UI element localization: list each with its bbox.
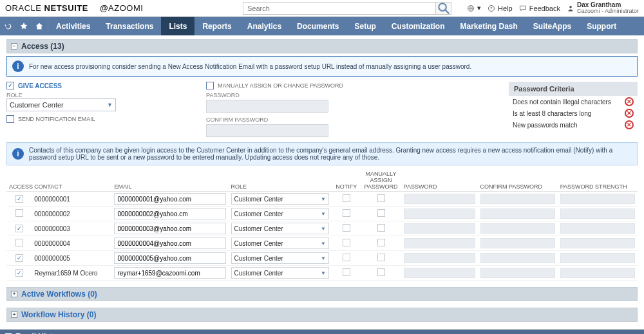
confirm-password-cell[interactable] — [480, 253, 555, 263]
collapse-icon[interactable]: − — [11, 43, 17, 50]
chevron-down-icon: ▼ — [321, 196, 326, 202]
globe-icon — [467, 5, 475, 12]
access-checkbox[interactable] — [15, 254, 23, 262]
nav-item-setup[interactable]: Setup — [346, 17, 383, 35]
svg-point-0 — [439, 3, 446, 11]
role-select[interactable]: Customer Center▼ — [231, 193, 329, 205]
col-confirm-password: CONFIRM PASSWORD — [478, 169, 558, 192]
password-cell[interactable] — [404, 223, 475, 234]
home-icon[interactable] — [35, 22, 44, 31]
contact-cell: 0000000003 — [32, 221, 111, 236]
nav-item-documents[interactable]: Documents — [289, 17, 346, 35]
chevron-down-icon: ▼ — [321, 270, 326, 276]
brand-cazoomi: @AZOOMI — [100, 3, 143, 13]
email-input[interactable] — [114, 252, 225, 264]
confirm-password-cell[interactable] — [480, 238, 555, 248]
password-input[interactable] — [206, 100, 328, 113]
nav-item-transactions[interactable]: Transactions — [98, 17, 161, 35]
user-menu[interactable]: Dax Grantham Cazoomi - Administrator — [567, 2, 639, 15]
section-access-title: Access (13) — [21, 42, 64, 51]
password-cell[interactable] — [404, 209, 475, 219]
nav-item-customization[interactable]: Customization — [384, 17, 453, 35]
confirm-password-cell[interactable] — [480, 223, 555, 234]
email-input[interactable] — [114, 223, 225, 234]
section-active-workflows[interactable]: + Active Workflows (0) — [6, 287, 638, 301]
section-workflow-history[interactable]: + Workflow History (0) — [6, 308, 638, 322]
svg-text:?: ? — [490, 6, 493, 10]
access-checkbox[interactable] — [15, 225, 23, 232]
help-link[interactable]: ? Help — [488, 5, 513, 12]
confirm-password-cell[interactable] — [480, 194, 555, 204]
manually-assign-checkbox[interactable] — [206, 82, 214, 89]
globe-dropdown[interactable]: ▾ — [467, 4, 481, 12]
main-nav: ActivitiesTransactionsListsReportsAnalyt… — [0, 17, 644, 35]
password-cell[interactable] — [404, 268, 475, 278]
manually-assign-checkbox[interactable] — [377, 194, 385, 202]
give-access-checkbox[interactable] — [6, 82, 14, 89]
fail-icon: ✕ — [625, 97, 634, 106]
notify-checkbox[interactable] — [343, 194, 350, 202]
nav-item-reports[interactable]: Reports — [194, 17, 239, 35]
col-contact: CONTACT — [32, 169, 111, 192]
nav-item-activities[interactable]: Activities — [48, 17, 98, 35]
nav-item-support[interactable]: Support — [579, 17, 624, 35]
contact-cell: 0000000005 — [32, 251, 111, 266]
role-select[interactable]: Customer Center▼ — [231, 267, 329, 279]
confirm-password-input[interactable] — [206, 124, 328, 137]
password-strength-cell — [560, 238, 635, 248]
notify-checkbox[interactable] — [343, 239, 350, 246]
table-row: 0000000001Customer Center▼ — [6, 192, 638, 207]
history-icon[interactable] — [4, 22, 13, 31]
access-table: ACCESS CONTACT EMAIL ROLE NOTIFY MANUALL… — [6, 169, 638, 281]
search-input[interactable] — [243, 2, 436, 15]
nav-item-analytics[interactable]: Analytics — [240, 17, 289, 35]
access-checkbox[interactable] — [15, 239, 23, 246]
notify-checkbox[interactable] — [343, 224, 350, 232]
col-access: ACCESS — [6, 169, 32, 192]
access-checkbox[interactable] — [15, 209, 23, 217]
send-notification-checkbox[interactable] — [6, 115, 14, 123]
manually-assign-checkbox[interactable] — [377, 224, 385, 232]
svg-line-1 — [445, 10, 449, 14]
manually-assign-checkbox[interactable] — [377, 254, 385, 261]
role-select[interactable]: Customer Center▼ — [231, 252, 329, 264]
col-password-strength: PASSWORD STRENGTH — [558, 169, 638, 192]
search-icon — [436, 1, 451, 15]
section-access-header[interactable]: − Access (13) — [6, 39, 638, 53]
nav-item-marketing-dash[interactable]: Marketing Dash — [452, 17, 525, 35]
manually-assign-checkbox[interactable] — [377, 209, 385, 217]
access-checkbox[interactable] — [15, 269, 23, 277]
star-icon[interactable] — [19, 22, 28, 31]
expand-icon[interactable]: + — [11, 311, 17, 318]
password-cell[interactable] — [404, 194, 475, 204]
nav-item-suiteapps[interactable]: SuiteApps — [526, 17, 579, 35]
role-select[interactable]: Customer Center▼ — [6, 98, 116, 111]
email-input[interactable] — [114, 193, 225, 205]
notify-checkbox[interactable] — [343, 209, 350, 217]
password-strength-cell — [560, 194, 635, 204]
email-input[interactable] — [114, 208, 225, 219]
email-input[interactable] — [114, 237, 225, 249]
role-select[interactable]: Customer Center▼ — [231, 237, 329, 249]
search-button[interactable] — [436, 2, 451, 15]
section-email-history[interactable]: − Email History — [0, 329, 644, 334]
feedback-link[interactable]: Feedback — [519, 5, 560, 12]
nav-item-lists[interactable]: Lists — [161, 17, 194, 35]
notify-checkbox[interactable] — [343, 254, 350, 261]
notify-checkbox[interactable] — [343, 268, 350, 276]
expand-icon[interactable]: + — [11, 291, 17, 297]
manually-assign-checkbox[interactable] — [377, 239, 385, 246]
confirm-password-cell[interactable] — [480, 209, 555, 219]
manually-assign-label: MANUALLY ASSIGN OR CHANGE PASSWORD — [218, 82, 343, 89]
confirm-password-cell[interactable] — [480, 268, 555, 278]
password-cell[interactable] — [404, 238, 475, 248]
role-select[interactable]: Customer Center▼ — [231, 208, 329, 219]
email-input[interactable] — [114, 267, 225, 279]
role-select[interactable]: Customer Center▼ — [231, 223, 329, 234]
table-row: 0000000005Customer Center▼ — [6, 251, 638, 266]
info-banner-provisioning: i For new access provisioning consider s… — [6, 56, 638, 77]
password-cell[interactable] — [404, 253, 475, 263]
manually-assign-checkbox[interactable] — [377, 268, 385, 276]
access-checkbox[interactable] — [15, 195, 23, 203]
table-row: 0000000003Customer Center▼ — [6, 221, 638, 236]
